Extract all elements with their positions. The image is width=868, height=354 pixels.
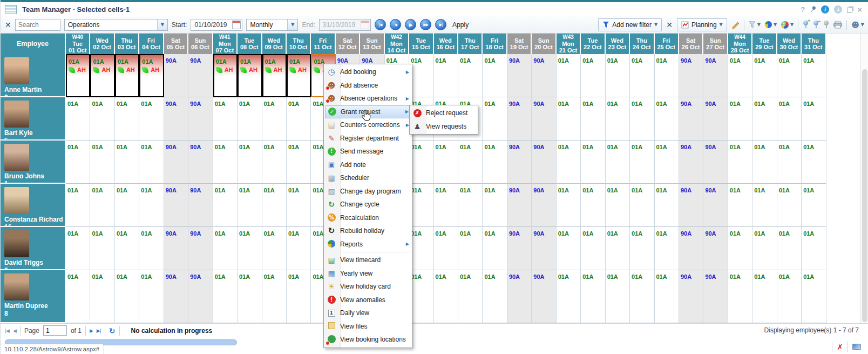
remove-marker-icon[interactable]: − [813,21,819,29]
schedule-cell[interactable]: 01A [728,141,752,184]
schedule-cell[interactable]: 01A [238,141,262,184]
schedule-cell[interactable]: 01A [115,141,139,184]
download-icon[interactable]: ↓ [834,5,842,14]
schedule-cell[interactable]: 01A [287,97,311,141]
schedule-cell[interactable]: 01A [483,54,507,97]
schedule-cell[interactable]: 01A [606,270,630,323]
department-select[interactable]: Operations ▼ [64,19,168,31]
schedule-cell[interactable]: 01A [655,227,679,270]
schedule-cell[interactable]: 01A [238,227,262,270]
nav-play-button[interactable]: ▶ [405,19,416,30]
submenu-item-view-requests[interactable]: ♟View requests [411,120,477,133]
menu-item-rebuild-holiday[interactable]: ↻Rebuild holiday [325,224,411,238]
schedule-cell[interactable]: 90A [679,270,703,323]
schedule-cell[interactable]: 01A [752,141,777,184]
menu-item-view-booking-locations[interactable]: View booking locations [325,333,411,346]
employee-cell[interactable]: Bart Kyle5 [1,97,66,141]
schedule-cell[interactable]: 90A [679,97,703,141]
schedule-cell[interactable]: 01A [557,97,581,141]
employee-cell[interactable]: David Triggs6 [1,227,66,270]
schedule-cell[interactable]: 01A [287,270,311,323]
schedule-cell[interactable]: 01A [90,184,114,227]
schedule-cell[interactable]: 01AAH [115,54,139,97]
schedule-cell[interactable]: 01A [557,54,581,97]
schedule-cell[interactable]: 01A [581,54,605,97]
schedule-cell[interactable]: 01A [434,270,458,323]
delete-icon[interactable]: ✗ [837,343,843,351]
schedule-cell[interactable]: 90A [679,54,703,97]
schedule-cell[interactable]: 90A [532,227,556,270]
schedule-cell[interactable]: 01A [115,227,139,270]
pager-first-icon[interactable]: |◀ [5,328,9,333]
menu-item-add-booking[interactable]: ◷Add booking▶ [325,65,411,79]
help-icon[interactable]: ? [801,5,805,14]
pager-last-icon[interactable]: ▶| [97,328,101,333]
schedule-cell[interactable]: 01A [483,97,507,141]
schedule-cell[interactable]: 01AAH [287,54,311,97]
schedule-cell[interactable]: 01AAH [66,54,90,97]
schedule-cell[interactable]: 01A [581,141,605,184]
nav-first-button[interactable]: |◀ [375,19,386,30]
schedule-cell[interactable]: 01AAH [213,54,238,97]
close-window-icon[interactable]: × [857,5,862,14]
submenu-item-reject-request[interactable]: ✗Reject request [411,106,477,120]
schedule-cell[interactable]: 01A [630,270,654,323]
schedule-cell[interactable]: 01A [409,184,433,227]
schedule-cell[interactable]: 90A [532,141,556,184]
remove-filter-icon[interactable]: ✕ [666,21,673,29]
schedule-cell[interactable]: 01A [630,97,654,141]
vertical-scrollbar-thumb[interactable] [862,69,867,322]
schedule-cell[interactable]: 01AAH [139,54,164,97]
schedule-cell[interactable]: 01A [458,141,483,184]
schedule-cell[interactable]: 01A [606,184,630,227]
schedule-cell[interactable]: 01A [630,141,654,184]
filter-view-caret-icon[interactable]: ▼ [757,22,761,27]
schedule-cell[interactable]: 90A [164,141,188,184]
schedule-cell[interactable]: 01A [262,141,287,184]
schedule-cell[interactable]: 01A [581,184,605,227]
menu-item-absence-operations[interactable]: ☻Absence operations▶ [325,92,411,105]
schedule-cell[interactable]: 01AAH [90,54,114,97]
schedule-cell[interactable]: 01A [213,141,238,184]
schedule-cell[interactable]: 01A [66,270,90,323]
employee-cell[interactable]: Constanza Richard16 [1,184,66,227]
schedule-cell[interactable]: 01A [483,227,507,270]
schedule-cell[interactable]: 90A [532,54,556,97]
schedule-cell[interactable]: 01A [777,97,802,141]
chart-view-button[interactable]: ▼ [765,21,777,28]
schedule-cell[interactable]: 90A [532,184,556,227]
schedule-cell[interactable]: 01A [630,227,654,270]
page-number-input[interactable] [43,325,67,336]
employee-cell[interactable]: Bruno Johns1 [1,141,66,184]
color-caret-icon[interactable]: ▼ [790,22,794,27]
period-caret-icon[interactable]: ▼ [287,19,297,30]
schedule-cell[interactable]: 01A [483,270,507,323]
chart-caret-icon[interactable]: ▼ [774,22,777,27]
schedule-cell[interactable]: 01A [66,97,90,141]
vertical-scrollbar[interactable] [860,34,868,323]
menu-item-view-anomalies[interactable]: !View anomalies [325,293,411,307]
employee-options-caret-icon[interactable]: ▼ [861,22,864,27]
schedule-cell[interactable]: 01A [409,54,433,97]
schedule-cell[interactable]: 01A [458,227,483,270]
employee-cell[interactable]: Anne Martin3 [1,54,66,97]
schedule-cell[interactable]: 01A [728,184,752,227]
schedule-cell[interactable]: 01A [139,227,164,270]
schedule-cell[interactable]: 90A [188,54,213,97]
menu-item-view-holiday-card[interactable]: ☀View holiday card [325,280,411,293]
start-calendar-icon[interactable] [232,21,241,29]
menu-item-change-cycle[interactable]: ↻Change cycle [325,198,411,211]
schedule-cell[interactable]: 90A [507,270,532,323]
menu-item-add-absence[interactable]: ☻Add absence [325,79,411,92]
employee-cell[interactable]: Martin Dupree8 [1,270,66,323]
schedule-cell[interactable]: 01A [777,141,802,184]
filter-caret-icon[interactable]: ▼ [654,22,657,27]
menu-item-add-note[interactable]: ▣Add note [325,158,411,172]
schedule-cell[interactable]: 90A [164,54,188,97]
workstation-icon[interactable] [852,344,861,351]
schedule-cell[interactable]: 01A [483,184,507,227]
menu-item-recalculation[interactable]: %Recalculation [325,211,411,225]
menu-item-reports[interactable]: Reports▶ [325,238,411,251]
schedule-cell[interactable]: 90A [164,97,188,141]
schedule-cell[interactable]: 01A [409,141,433,184]
